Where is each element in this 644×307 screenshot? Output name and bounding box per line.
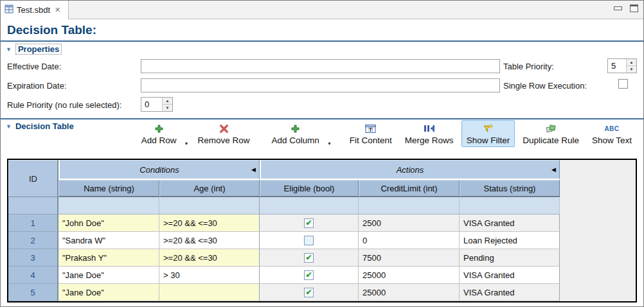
eligible-checkbox[interactable]: ✔: [304, 253, 314, 263]
add-row-button[interactable]: Add Row: [136, 120, 182, 147]
row-id[interactable]: 5: [8, 284, 58, 301]
cell-status[interactable]: VISA Granted: [460, 267, 560, 284]
row-id[interactable]: 4: [8, 267, 58, 284]
column-header-name[interactable]: Name (string): [58, 180, 159, 197]
cell-name[interactable]: "Jane Doe": [58, 267, 159, 284]
fit-content-label: Fit Content: [350, 136, 392, 145]
cell-creditlimit[interactable]: 25000: [359, 284, 460, 301]
spinner-down-icon[interactable]: ▼: [163, 105, 172, 111]
effective-date-label: Effective Date:: [7, 62, 61, 71]
add-icon: [154, 123, 164, 134]
filter-cell-creditlimit[interactable]: [359, 197, 460, 215]
eligible-checkbox[interactable]: [304, 236, 314, 245]
column-header-eligible[interactable]: Eligible (bool): [260, 180, 359, 197]
duplicate-rule-button[interactable]: Duplicate Rule: [517, 120, 584, 147]
rule-priority-spinner[interactable]: 0 ▲ ▼: [141, 97, 173, 112]
properties-section-header[interactable]: ▼ Properties: [6, 44, 62, 55]
merge-rows-icon: [423, 123, 435, 134]
add-icon: [291, 123, 300, 134]
cell-status[interactable]: VISA Granted: [460, 284, 560, 301]
maximize-icon[interactable]: [630, 4, 638, 12]
filter-cell-eligible[interactable]: [260, 197, 359, 215]
id-column-header[interactable]: ID: [8, 160, 58, 197]
conditions-group-header[interactable]: Conditions ◀: [58, 160, 260, 180]
merge-rows-label: Merge Rows: [405, 136, 454, 145]
cell-status[interactable]: VISA Granted: [460, 215, 560, 232]
collapse-left-icon[interactable]: ◀: [551, 166, 556, 173]
eligible-checkbox[interactable]: ✔: [304, 288, 314, 297]
duplicate-rule-label: Duplicate Rule: [523, 136, 579, 145]
cell-name[interactable]: "Sandra W": [58, 232, 159, 249]
minimize-icon[interactable]: [614, 6, 622, 10]
remove-row-label: Remove Row: [198, 136, 250, 145]
cell-age[interactable]: > 30: [159, 267, 260, 284]
column-header-status[interactable]: Status (string): [460, 180, 560, 197]
column-header-age[interactable]: Age (int): [159, 180, 260, 197]
fit-content-icon: T: [365, 123, 376, 134]
cell-eligible[interactable]: ✔: [260, 284, 359, 301]
spinner-down-icon[interactable]: ▼: [627, 66, 636, 73]
rules-table: ID Conditions ◀ Actions ◀ Name (string) …: [8, 160, 560, 301]
tab-title: Test.sbdt: [17, 5, 50, 15]
editor-tab-bar: Test.sbdt ✕: [1, 1, 643, 19]
cell-age[interactable]: >=20 && <=30: [159, 232, 260, 249]
table-row: 5 "Jane Doe" ✔ 25000 VISA Granted: [8, 284, 560, 301]
cell-name[interactable]: "Prakash Y": [58, 249, 159, 267]
spinner-up-icon[interactable]: ▲: [627, 59, 636, 66]
cell-age[interactable]: >=20 && <=30: [159, 215, 260, 232]
show-text-button[interactable]: ABC Show Text: [587, 120, 637, 147]
row-id[interactable]: 3: [8, 249, 58, 267]
cell-eligible[interactable]: ✔: [260, 249, 359, 267]
table-row: 2 "Sandra W" >=20 && <=30 0 Loan Rejecte…: [8, 232, 560, 249]
expiration-date-label: Expiration Date:: [7, 81, 67, 91]
filter-cell-age[interactable]: [159, 197, 260, 215]
effective-date-input[interactable]: [141, 59, 500, 73]
filter-cell-name[interactable]: [58, 197, 159, 215]
fit-content-button[interactable]: T Fit Content: [344, 120, 397, 147]
cell-creditlimit[interactable]: 7500: [359, 249, 460, 267]
cell-status[interactable]: Pending: [460, 249, 560, 267]
table-priority-label: Table Priority:: [503, 62, 554, 71]
show-filter-button[interactable]: Show Filter: [461, 120, 515, 147]
rule-priority-label: Rule Priority (no rule selected):: [7, 100, 121, 110]
tab-close-icon[interactable]: ✕: [55, 6, 60, 13]
cell-eligible[interactable]: ✔: [260, 215, 359, 232]
show-filter-label: Show Filter: [467, 136, 510, 145]
spinner-up-icon[interactable]: ▲: [163, 98, 172, 105]
decision-table-section-header[interactable]: ▼ Decision Table: [6, 121, 74, 131]
filter-cell-status[interactable]: [460, 197, 560, 215]
tab-test-sbdt[interactable]: Test.sbdt ✕: [1, 1, 69, 19]
cell-creditlimit[interactable]: 25000: [359, 267, 460, 284]
collapse-left-icon[interactable]: ◀: [251, 166, 256, 173]
cell-creditlimit[interactable]: 0: [359, 232, 460, 249]
decision-table-file-icon: [4, 4, 13, 15]
eligible-checkbox[interactable]: ✔: [304, 270, 314, 280]
eligible-checkbox[interactable]: ✔: [304, 218, 314, 228]
row-id[interactable]: 1: [8, 215, 58, 232]
single-row-execution-checkbox[interactable]: [618, 79, 628, 89]
remove-row-button[interactable]: Remove Row: [193, 120, 255, 147]
merge-rows-button[interactable]: Merge Rows: [400, 120, 459, 147]
add-column-button[interactable]: Add Column: [267, 120, 325, 147]
cell-name[interactable]: "Jane Doe": [58, 284, 159, 301]
abc-icon: ABC: [604, 123, 619, 134]
column-header-creditlimit[interactable]: CreditLimit (int): [359, 180, 460, 197]
actions-group-header[interactable]: Actions ◀: [260, 160, 560, 180]
cell-name[interactable]: "John Doe": [58, 215, 159, 232]
table-priority-spinner[interactable]: 5 ▲ ▼: [607, 58, 637, 73]
row-id[interactable]: 2: [8, 232, 58, 249]
cell-eligible[interactable]: [260, 232, 359, 249]
chevron-down-icon[interactable]: ▼: [6, 123, 12, 130]
chevron-down-icon[interactable]: ▼: [6, 46, 12, 53]
add-column-dropdown-icon[interactable]: ▼: [327, 141, 332, 146]
actions-group-label: Actions: [397, 165, 424, 175]
cell-creditlimit[interactable]: 2500: [359, 215, 460, 232]
add-column-label: Add Column: [272, 136, 319, 145]
cell-eligible[interactable]: ✔: [260, 267, 359, 284]
cell-status[interactable]: Loan Rejected: [460, 232, 560, 249]
expiration-date-input[interactable]: [141, 78, 500, 92]
cell-age[interactable]: >=20 && <=30: [159, 249, 260, 267]
decision-table-toolbar: Add Row ▼ Remove Row Add Column ▼ T Fit …: [143, 120, 637, 155]
cell-age[interactable]: [159, 284, 260, 301]
add-row-dropdown-icon[interactable]: ▼: [184, 141, 189, 146]
